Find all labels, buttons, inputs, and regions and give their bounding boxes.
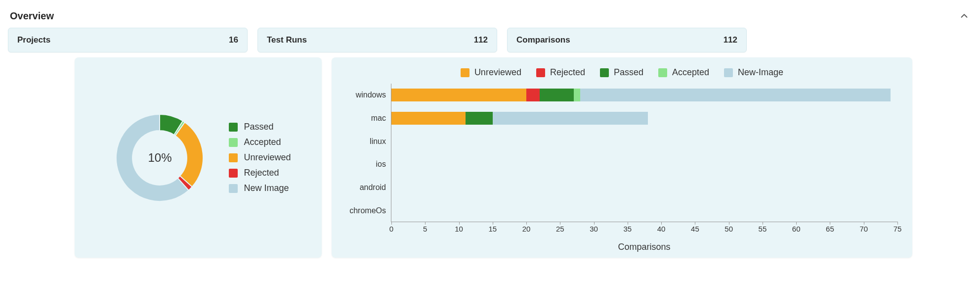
legend-item[interactable]: Rejected bbox=[536, 67, 585, 78]
donut-center-label: 10% bbox=[105, 103, 214, 212]
legend-label: Accepted bbox=[672, 67, 709, 78]
stat-label: Projects bbox=[17, 35, 50, 45]
donut-panel: 10% PassedAcceptedUnreviewedRejectedNew … bbox=[75, 57, 322, 258]
x-tick-label: 20 bbox=[522, 225, 531, 233]
legend-swatch bbox=[229, 184, 238, 193]
legend-swatch bbox=[229, 169, 238, 178]
legend-item[interactable]: Passed bbox=[229, 122, 291, 132]
stat-value: 112 bbox=[474, 35, 488, 45]
x-tick-label: 30 bbox=[590, 225, 598, 233]
legend-label: Passed bbox=[614, 67, 643, 78]
x-tick-label: 70 bbox=[859, 225, 868, 233]
bar-category-label: android bbox=[346, 176, 391, 199]
bar-segment[interactable] bbox=[580, 89, 891, 101]
legend-label: Unreviewed bbox=[474, 67, 521, 78]
stat-label: Test Runs bbox=[267, 35, 307, 45]
bar-x-ticks: 051015202530354045505560657075 bbox=[391, 222, 897, 236]
x-tick-label: 15 bbox=[488, 225, 497, 233]
bar-segment[interactable] bbox=[391, 112, 466, 125]
x-tick-label: 5 bbox=[423, 225, 427, 233]
x-tick-label: 50 bbox=[724, 225, 733, 233]
legend-item[interactable]: New-Image bbox=[724, 67, 783, 78]
bar-panel: UnreviewedRejectedPassedAcceptedNew-Imag… bbox=[332, 57, 912, 258]
bar-segment[interactable] bbox=[526, 89, 540, 101]
bar-segment[interactable] bbox=[493, 112, 648, 125]
legend-label: Unreviewed bbox=[244, 152, 291, 163]
legend-swatch bbox=[229, 153, 238, 162]
bar-row bbox=[391, 181, 897, 194]
bar-category-label: windows bbox=[346, 84, 391, 107]
legend-swatch bbox=[229, 123, 238, 132]
stat-card-testruns[interactable]: Test Runs 112 bbox=[257, 28, 497, 52]
legend-swatch bbox=[229, 138, 238, 147]
stat-card-comparisons[interactable]: Comparisons 112 bbox=[507, 28, 747, 52]
bar-row bbox=[391, 204, 897, 217]
collapse-toggle[interactable] bbox=[958, 10, 970, 22]
bar-legend: UnreviewedRejectedPassedAcceptedNew-Imag… bbox=[346, 67, 897, 78]
legend-item[interactable]: Rejected bbox=[229, 168, 291, 178]
x-tick-label: 45 bbox=[691, 225, 699, 233]
x-tick-label: 25 bbox=[556, 225, 564, 233]
bar-row bbox=[391, 158, 897, 171]
stat-label: Comparisons bbox=[516, 35, 570, 45]
x-tick-label: 0 bbox=[389, 225, 393, 233]
legend-swatch bbox=[658, 68, 667, 77]
legend-swatch bbox=[600, 68, 609, 77]
bar-plot-area: 051015202530354045505560657075 bbox=[391, 84, 897, 222]
bar-segment[interactable] bbox=[540, 89, 573, 101]
bar-row bbox=[391, 135, 897, 148]
legend-label: Passed bbox=[244, 122, 273, 132]
bar-segment[interactable] bbox=[391, 89, 526, 101]
donut-legend: PassedAcceptedUnreviewedRejectedNew Imag… bbox=[229, 122, 291, 193]
legend-label: Accepted bbox=[244, 137, 281, 147]
bar-row bbox=[391, 89, 897, 101]
bar-row bbox=[391, 112, 897, 125]
legend-item[interactable]: Passed bbox=[600, 67, 643, 78]
bar-x-label: Comparisons bbox=[391, 242, 897, 252]
legend-swatch bbox=[724, 68, 733, 77]
legend-label: New Image bbox=[244, 183, 289, 193]
stat-value: 112 bbox=[724, 35, 737, 45]
legend-item[interactable]: Accepted bbox=[658, 67, 709, 78]
legend-label: Rejected bbox=[244, 168, 279, 178]
legend-item[interactable]: Unreviewed bbox=[229, 152, 291, 163]
stat-card-projects[interactable]: Projects 16 bbox=[8, 28, 248, 52]
chevron-up-icon bbox=[959, 10, 970, 21]
bar-segment[interactable] bbox=[466, 112, 493, 125]
legend-item[interactable]: Unreviewed bbox=[461, 67, 521, 78]
legend-swatch bbox=[461, 68, 469, 77]
bar-segment[interactable] bbox=[574, 89, 581, 101]
bar-category-label: chromeOs bbox=[346, 199, 391, 222]
stat-cards: Projects 16 Test Runs 112 Comparisons 11… bbox=[8, 28, 972, 52]
legend-swatch bbox=[536, 68, 545, 77]
legend-label: Rejected bbox=[550, 67, 585, 78]
x-tick-label: 35 bbox=[624, 225, 632, 233]
x-tick-label: 40 bbox=[657, 225, 666, 233]
donut-chart: 10% bbox=[105, 103, 214, 212]
stat-value: 16 bbox=[229, 35, 238, 45]
bar-category-label: ios bbox=[346, 153, 391, 176]
x-tick-label: 60 bbox=[792, 225, 801, 233]
x-tick-label: 10 bbox=[455, 225, 463, 233]
x-tick-label: 75 bbox=[894, 225, 902, 233]
legend-item[interactable]: New Image bbox=[229, 183, 291, 193]
legend-item[interactable]: Accepted bbox=[229, 137, 291, 147]
x-tick-label: 55 bbox=[759, 225, 767, 233]
bar-category-label: linux bbox=[346, 130, 391, 153]
bar-y-labels: windowsmaclinuxiosandroidchromeOs bbox=[346, 84, 391, 222]
bar-category-label: mac bbox=[346, 107, 391, 130]
legend-label: New-Image bbox=[738, 67, 783, 78]
x-tick-label: 65 bbox=[826, 225, 834, 233]
page-title: Overview bbox=[10, 10, 54, 22]
